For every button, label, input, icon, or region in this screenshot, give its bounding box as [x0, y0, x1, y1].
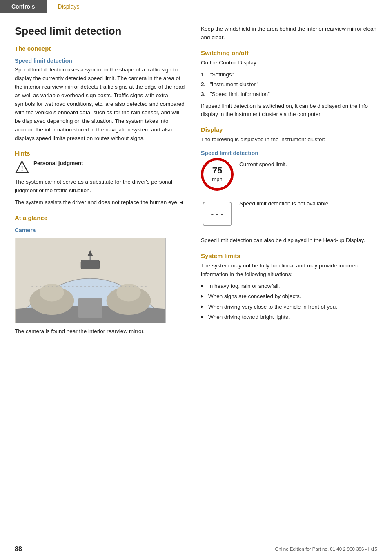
speed-limit-detection-subheading-right: Speed limit detection	[201, 150, 377, 156]
speed-sign-2-block: - - - Speed limit detection is not avail…	[201, 197, 377, 230]
hints-warning-title: Personal judgment	[33, 159, 83, 169]
warning-icon: !	[15, 160, 29, 175]
switching-intro: On the Control Display:	[201, 59, 377, 67]
right-column: Keep the windshield in the area behind t…	[201, 25, 377, 339]
display-heading: Display	[201, 126, 377, 133]
sign2-text-block: Speed limit detection is not available.	[239, 197, 330, 208]
svg-text:!: !	[21, 165, 23, 173]
switching-step-2: 2. "Instrument cluster"	[201, 80, 377, 89]
bullet-item-3: When driving very close to the vehicle i…	[201, 303, 377, 311]
svg-text:75: 75	[212, 165, 222, 176]
speed-sign-75: 75 mph	[201, 158, 234, 191]
system-limits-list: In heavy fog, rain or snowfall. When sig…	[201, 282, 377, 321]
step1-num: 1.	[201, 71, 205, 79]
svg-text:mph: mph	[212, 176, 222, 182]
tab-displays[interactable]: Displays	[47, 0, 91, 13]
step1-text: "Settings"	[210, 71, 234, 78]
hints-block: ! Personal judgment	[15, 159, 186, 175]
bullet-item-4: When driving toward bright lights.	[201, 313, 377, 321]
at-a-glance-heading: At a glance	[15, 214, 186, 221]
camera-subheading: Camera	[15, 227, 186, 234]
svg-rect-8	[78, 298, 102, 318]
camera-caption: The camera is found near the interior re…	[15, 327, 186, 336]
svg-text:- - -: - - -	[211, 209, 223, 218]
switching-heading: Switching on/off	[201, 49, 377, 56]
hints-heading: Hints	[15, 150, 186, 157]
hud-note: Speed limit detection can also be displa…	[201, 236, 377, 245]
switching-step-3: 3. "Speed limit information"	[201, 90, 377, 98]
display-intro: The following is displayed in the instru…	[201, 136, 377, 144]
step2-text: "Instrument cluster"	[210, 81, 258, 87]
hints-body1: The system cannot serve as a substitute …	[15, 178, 186, 195]
concept-heading: The concept	[15, 45, 186, 52]
speed-sign-1-block: 75 mph Current speed limit.	[201, 158, 377, 191]
sign2-caption: Speed limit detection is not available.	[239, 200, 330, 207]
system-limits-heading: System limits	[201, 252, 377, 259]
car-interior-svg	[15, 238, 165, 323]
left-column: Speed limit detection The concept Speed …	[15, 25, 186, 339]
tab-controls[interactable]: Controls	[0, 0, 47, 13]
speed-limit-detection-subheading-left: Speed limit detection	[15, 58, 186, 64]
switching-note: If speed limit detection is switched on,…	[201, 102, 377, 119]
switching-step-1: 1. "Settings"	[201, 71, 377, 79]
step3-num: 3.	[201, 90, 205, 98]
hints-body2: The system assists the driver and does n…	[15, 198, 186, 207]
sign1-text-block: Current speed limit.	[239, 158, 287, 169]
copyright-text: Online Edition for Part no. 01 40 2 960 …	[275, 547, 377, 552]
bullet-item-2: When signs are concealed by objects.	[201, 292, 377, 300]
speed-sign-unavailable: - - -	[201, 197, 234, 230]
svg-rect-9	[81, 260, 100, 269]
windshield-note: Keep the windshield in the area behind t…	[201, 25, 377, 42]
system-limits-intro: The system may not be fully functional a…	[201, 262, 377, 279]
concept-body: Speed limit detection uses a symbol in t…	[15, 66, 186, 142]
bullet-item-1: In heavy fog, rain or snowfall.	[201, 282, 377, 290]
footer: 88 Online Edition for Part no. 01 40 2 9…	[0, 542, 392, 556]
step2-num: 2.	[201, 80, 205, 89]
sign1-caption: Current speed limit.	[239, 161, 287, 167]
switching-steps-list: 1. "Settings" 2. "Instrument cluster" 3.…	[201, 71, 377, 99]
page-title: Speed limit detection	[15, 25, 186, 38]
camera-image	[15, 238, 166, 323]
page-number: 88	[15, 545, 22, 553]
header-tabs: Controls Displays	[0, 0, 392, 13]
step3-text: "Speed limit information"	[210, 91, 270, 97]
main-content: Speed limit detection The concept Speed …	[0, 13, 392, 351]
